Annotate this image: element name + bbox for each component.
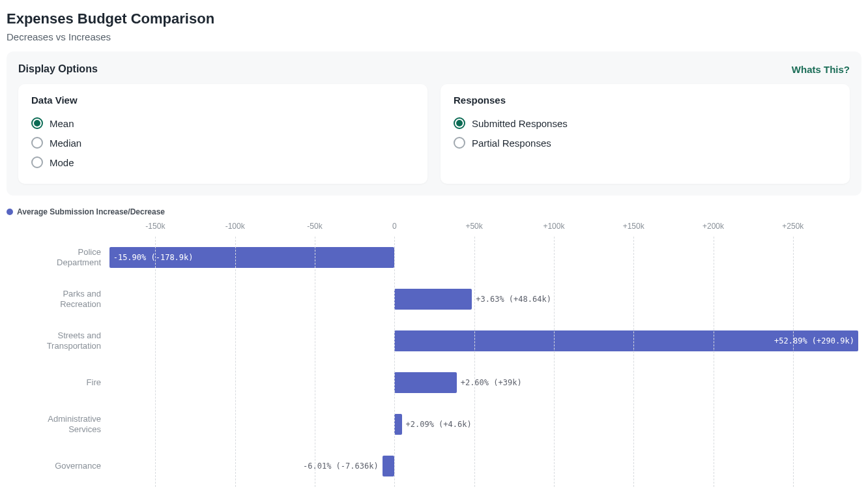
gridline [155,237,156,487]
legend-label: Average Submission Increase/Decrease [17,207,165,216]
whats-this-link[interactable]: Whats This? [792,64,850,75]
x-axis-tick: +100k [543,222,564,231]
bar-row: +2.09% (+4.6k) [108,403,861,445]
radio-icon [31,117,43,129]
x-axis-tick: -150k [145,222,165,231]
bar-data-label: +2.09% (+4.6k) [402,420,476,429]
gridline [474,237,475,487]
gridline [714,237,714,487]
bar-row: -6.01% (-7.636k) [108,445,861,487]
radio-label: Mean [50,118,74,129]
bar [394,372,456,393]
gridline [793,237,794,487]
data-view-option-mean[interactable]: Mean [31,113,414,133]
radio-label: Mode [50,157,74,168]
data-view-option-median[interactable]: Median [31,133,414,153]
y-axis-label: PoliceDepartment [7,237,108,278]
radio-icon [454,137,465,149]
radio-label: Submitted Responses [472,118,568,129]
bar [383,456,395,476]
y-axis-label: Streets andTransportation [7,320,108,362]
x-axis-tick: -100k [225,222,245,231]
radio-icon [31,156,43,168]
bar-data-label: -6.01% (-7.636k) [299,461,383,471]
data-view-title: Data View [31,95,414,106]
gridline [554,237,555,487]
responses-title: Responses [454,95,837,106]
bar [394,414,401,435]
y-axis-label: Governance [7,445,108,487]
budget-comparison-chart: PoliceDepartmentParks andRecreationStree… [7,220,861,487]
bar-row: +52.89% (+290.9k) [108,320,861,362]
bar-data-label: +52.89% (+290.9k) [770,336,858,345]
bar-row: +2.60% (+39k) [108,362,861,403]
bar-row: -15.90% (-178.9k) [108,237,861,278]
data-view-card: Data View Mean Median Mode [18,84,427,184]
gridline [235,237,236,487]
x-axis-tick: +50k [465,222,482,231]
y-axis-label: AdministrativeServices [7,403,108,445]
display-options-title: Display Options [18,63,98,75]
legend-swatch-icon [7,209,13,215]
gridline [633,237,634,487]
display-options-panel: Display Options Whats This? Data View Me… [7,51,861,196]
responses-option-submitted[interactable]: Submitted Responses [454,113,837,133]
bar-data-label: +3.63% (+48.64k) [472,295,555,304]
bar-data-label: -15.90% (-178.9k) [109,253,197,262]
data-view-option-mode[interactable]: Mode [31,153,414,172]
gridline [315,237,315,487]
page-subtitle: Decreases vs Increases [7,31,861,42]
gridline [394,237,395,487]
x-axis-tick: 0 [392,222,397,231]
bar [394,289,472,310]
radio-label: Partial Responses [472,138,551,149]
x-axis-tick: +250k [782,222,803,231]
page-title: Expenses Budget Comparison [7,10,861,27]
y-axis-label: Fire [7,362,108,403]
y-axis-label: Parks andRecreation [7,278,108,320]
responses-card: Responses Submitted Responses Partial Re… [441,84,850,184]
x-axis-tick: +200k [702,222,724,231]
x-axis-tick: -50k [307,222,322,231]
responses-option-partial[interactable]: Partial Responses [454,133,837,153]
bar-row: +3.63% (+48.64k) [108,278,861,320]
bar-data-label: +2.60% (+39k) [457,378,526,387]
radio-icon [454,117,465,129]
chart-legend: Average Submission Increase/Decrease [7,207,861,216]
x-axis-tick: +150k [623,222,644,231]
radio-icon [31,137,43,149]
radio-label: Median [50,138,81,149]
